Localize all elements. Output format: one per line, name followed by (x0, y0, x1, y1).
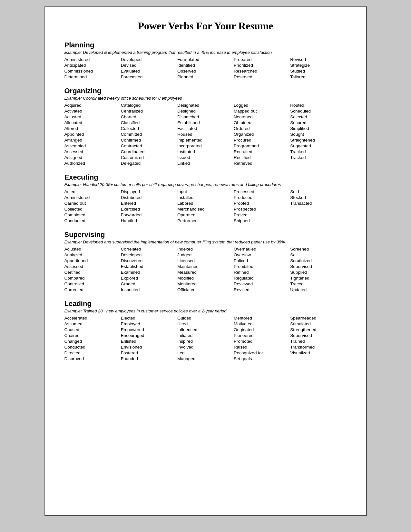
word-organizing-17: Established (177, 120, 234, 125)
word-executing-2: Input (177, 189, 234, 194)
word-planning-10: Commissioned (64, 68, 121, 74)
word-organizing-28: Organized (234, 132, 290, 137)
word-organizing-31: Confirmed (121, 137, 177, 143)
word-supervising-38: Revised (234, 287, 290, 292)
word-organizing-41: Coordinated (121, 149, 177, 154)
word-executing-10: Carried out (64, 201, 121, 206)
word-planning-13: Researched (234, 68, 290, 74)
word-leading-16: Encouraged (121, 333, 177, 338)
word-supervising-37: Officiated (177, 287, 234, 292)
word-organizing-4: Routed (290, 103, 347, 108)
word-planning-6: Devised (121, 63, 177, 68)
section-title-leading: Leading (64, 300, 347, 308)
word-organizing-43: Recruited (234, 149, 290, 154)
word-supervising-24: Supplied (290, 270, 347, 275)
page-title: Power Verbs For Your Resume (64, 20, 347, 32)
word-supervising-10: Apportioned (64, 258, 121, 263)
word-supervising-18: Prohibited (234, 264, 290, 269)
word-executing-21: Forwarded (121, 212, 177, 218)
word-leading-30: Directed (64, 350, 121, 356)
word-organizing-24: Simplified (290, 126, 347, 131)
word-executing-23: Proved (234, 212, 290, 218)
word-executing-13: Proofed (234, 201, 290, 206)
word-organizing-2: Designated (177, 103, 234, 108)
words-grid-executing: ActedDisplayedInputProcessedSoldAdminist… (64, 189, 347, 223)
word-leading-10: Caused (64, 327, 121, 332)
section-example-executing: Example: Handled 20-35+ customer calls p… (64, 182, 347, 187)
word-supervising-1: Correlated (121, 246, 177, 252)
word-executing-12: Labored (177, 201, 234, 206)
word-organizing-8: Mapped out (234, 108, 290, 114)
word-organizing-16: Classified (121, 120, 177, 125)
word-organizing-11: Charted (121, 114, 177, 120)
word-supervising-36: Inspected (121, 287, 177, 292)
word-planning-14: Studied (290, 68, 347, 74)
word-planning-4: Revised (290, 57, 347, 62)
word-supervising-14: Scrutinized (290, 258, 347, 263)
words-grid-organizing: AcquiredCatalogedDesignatedLoggedRoutedA… (64, 103, 347, 166)
word-organizing-32: Implemented (177, 137, 234, 143)
word-executing-5: Administered (64, 195, 121, 200)
word-planning-5: Anticipated (64, 63, 121, 68)
word-organizing-25: Appointed (64, 132, 121, 137)
word-executing-22: Operated (177, 212, 234, 218)
word-executing-17: Merchandised (177, 206, 234, 212)
word-executing-4: Sold (290, 189, 347, 194)
word-supervising-29: Tightened (290, 275, 347, 281)
word-organizing-30: Arranged (64, 137, 121, 143)
word-leading-33: Recognized for (234, 350, 290, 356)
word-leading-23: Promoted (234, 339, 290, 344)
word-leading-32: Led (177, 350, 234, 356)
section-planning: PlanningExample: Developed & implemented… (64, 41, 347, 80)
word-planning-17: Planned (177, 74, 234, 80)
word-leading-11: Empowered (121, 327, 177, 332)
word-organizing-13: Neatened (234, 114, 290, 120)
word-organizing-37: Incorporated (177, 143, 234, 149)
word-leading-9: Stimulated (290, 321, 347, 327)
word-organizing-1: Cataloged (121, 103, 177, 108)
word-supervising-22: Measured (177, 270, 234, 275)
word-organizing-48: Rectified (234, 155, 290, 160)
word-leading-38: Set goals (234, 356, 290, 361)
word-planning-3: Prepared (234, 57, 290, 62)
word-organizing-49: Tracked (290, 155, 347, 160)
word-planning-7: Identified (177, 63, 234, 68)
word-organizing-50: Authorized (64, 161, 121, 166)
word-executing-19 (290, 206, 347, 212)
words-grid-supervising: AdjustedCorrelatedIndexedOverhauledScree… (64, 246, 347, 292)
word-executing-9: Stocked (290, 195, 347, 200)
word-organizing-34: Straightened (290, 137, 347, 143)
word-executing-7: Installed (177, 195, 234, 200)
word-leading-37: Managed (177, 356, 234, 361)
word-leading-25: Conducted (64, 344, 121, 350)
word-leading-28: Raised (234, 344, 290, 350)
page: Power Verbs For Your Resume PlanningExam… (44, 6, 367, 516)
word-supervising-6: Developed (121, 252, 177, 258)
word-supervising-27: Modified (177, 275, 234, 281)
word-supervising-15: Assessed (64, 264, 121, 269)
word-organizing-42: Instituted (177, 149, 234, 154)
word-supervising-35: Corrected (64, 287, 121, 292)
word-organizing-45: Assigned (64, 155, 121, 160)
word-executing-15: Collected (64, 206, 121, 212)
word-supervising-30: Controlled (64, 281, 121, 287)
word-supervising-5: Analyzed (64, 252, 121, 258)
word-supervising-34: Traced (290, 281, 347, 287)
word-executing-3: Processed (234, 189, 290, 194)
word-organizing-19: Secured (290, 120, 347, 125)
word-supervising-11: Discovered (121, 258, 177, 263)
word-leading-5: Assumed (64, 321, 121, 327)
word-organizing-29: Sought (290, 132, 347, 137)
word-organizing-46: Customized (121, 155, 177, 160)
word-executing-20: Completed (64, 212, 121, 218)
word-organizing-20: Altered (64, 126, 121, 131)
word-organizing-14: Selected (290, 114, 347, 120)
word-supervising-21: Examined (121, 270, 177, 275)
word-organizing-39: Suggested (290, 143, 347, 149)
word-organizing-40: Assessed (64, 149, 121, 154)
word-organizing-52: Linked (177, 161, 234, 166)
word-organizing-10: Adjusted (64, 114, 121, 120)
word-leading-19: Supervised (290, 333, 347, 338)
word-supervising-26: Explored (121, 275, 177, 281)
word-executing-0: Acted (64, 189, 121, 194)
